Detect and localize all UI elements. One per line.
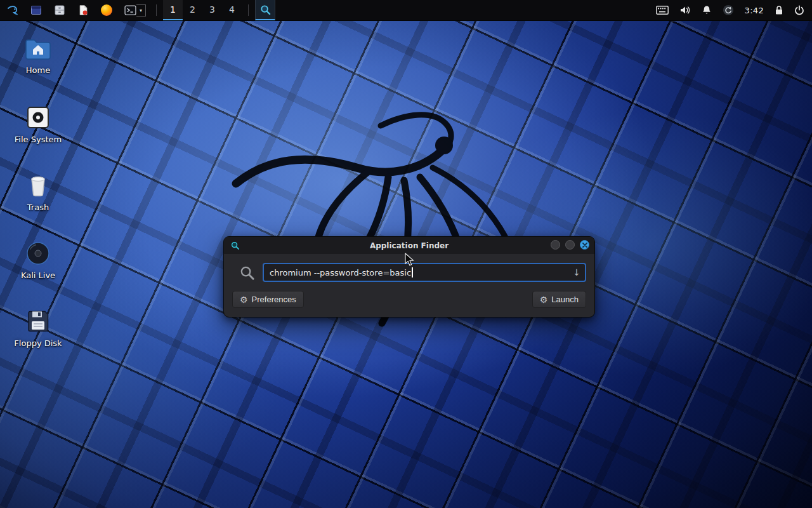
- workspace-4-label: 4: [229, 4, 235, 15]
- down-arrow-icon: ↓: [573, 267, 580, 277]
- desktop-icon-floppy-disk[interactable]: Floppy Disk: [6, 307, 70, 348]
- file-system-drive-icon: [24, 104, 52, 131]
- floppy-disk-icon: [24, 307, 52, 335]
- desktop-icon-label: Kali Live: [6, 271, 70, 280]
- text-editor-launcher[interactable]: [76, 4, 90, 16]
- window-title: Application Finder: [224, 241, 594, 250]
- log-out-button[interactable]: [794, 5, 804, 15]
- terminal-launcher[interactable]: ▾: [124, 4, 146, 17]
- desktop-icon-label: Trash: [6, 203, 70, 212]
- trash-can-icon: [24, 171, 52, 199]
- search-icon: [239, 265, 255, 281]
- minimize-button[interactable]: [551, 240, 560, 250]
- firefox-icon: [101, 4, 112, 16]
- status-disc-indicator[interactable]: [723, 4, 734, 16]
- maximize-button[interactable]: [565, 240, 575, 250]
- desktop-icon-file-system[interactable]: File System: [6, 104, 70, 144]
- workspace-button-4[interactable]: 4: [222, 0, 242, 20]
- finder-query-text: chromium --password-store=basic: [270, 268, 411, 277]
- file-manager-launcher[interactable]: [53, 4, 67, 16]
- dialog-body: chromium --password-store=basic ↓ ⚙ Pref…: [224, 254, 594, 317]
- tasklist-application-finder[interactable]: [255, 0, 275, 20]
- kali-menu-button[interactable]: [0, 0, 25, 20]
- refresh-disc-icon: [723, 4, 734, 16]
- firefox-launcher[interactable]: [100, 4, 114, 16]
- power-icon: [794, 5, 804, 15]
- workspace-2-label: 2: [190, 4, 195, 15]
- desktop-icon-label: Floppy Disk: [6, 338, 70, 348]
- chevron-down-icon: ▾: [140, 8, 142, 13]
- text-caret: [412, 267, 413, 277]
- workspace-1-label: 1: [170, 4, 176, 15]
- workspace-button-1[interactable]: 1: [163, 0, 183, 20]
- kali-logo-icon: [6, 4, 19, 17]
- workspace-button-3[interactable]: 3: [202, 0, 222, 20]
- finder-query-input[interactable]: chromium --password-store=basic ↓: [263, 263, 586, 282]
- terminal-dropdown-button[interactable]: ▾: [136, 4, 146, 17]
- window-icon: [30, 4, 42, 16]
- desktop-icon-label: Home: [6, 65, 70, 75]
- close-button[interactable]: [580, 240, 589, 250]
- gear-icon: ⚙: [240, 295, 248, 304]
- terminal-icon: [124, 4, 136, 17]
- speaker-icon: [679, 5, 691, 15]
- close-icon: [582, 243, 587, 248]
- preferences-button-label: Preferences: [252, 295, 296, 304]
- kali-live-disc-icon: [24, 239, 52, 267]
- launch-button-label: Launch: [551, 295, 579, 304]
- workspace-button-2[interactable]: 2: [183, 0, 202, 20]
- titlebar[interactable]: Application Finder: [224, 237, 594, 254]
- desktop-icon-trash[interactable]: Trash: [6, 171, 70, 212]
- text-editor-icon: [77, 4, 89, 16]
- top-panel: ▾ 1 2 3 4: [0, 0, 812, 21]
- history-dropdown-button[interactable]: ↓: [573, 268, 580, 277]
- panel-launchers: ▾: [25, 0, 150, 20]
- panel-clock[interactable]: 3:42: [745, 6, 764, 15]
- volume-indicator[interactable]: [679, 5, 691, 15]
- panel-separator: [156, 4, 157, 16]
- screen-lock-button[interactable]: [775, 5, 783, 15]
- window-manager-launcher[interactable]: [29, 4, 43, 16]
- keyboard-icon: [656, 6, 669, 15]
- lock-icon: [775, 5, 783, 15]
- home-folder-icon: [24, 37, 52, 62]
- keyboard-layout-indicator[interactable]: [656, 6, 669, 15]
- system-tray: 3:42: [656, 0, 812, 20]
- kali-dragon-silhouette: [190, 51, 546, 368]
- desktop-icon-kali-live[interactable]: Kali Live: [6, 239, 70, 280]
- panel-separator-2: [248, 4, 249, 16]
- application-finder-task-icon: [259, 4, 272, 16]
- workspace-3-label: 3: [209, 4, 215, 15]
- launch-button[interactable]: ⚙ Launch: [532, 291, 586, 308]
- application-finder-window: Application Finder chromium --password-s…: [223, 236, 595, 318]
- desktop-icon-home[interactable]: Home: [6, 37, 70, 75]
- preferences-button[interactable]: ⚙ Preferences: [232, 291, 304, 308]
- file-manager-icon: [54, 4, 65, 16]
- desktop-icon-label: File System: [6, 135, 70, 144]
- notifications-indicator[interactable]: [702, 5, 712, 15]
- gear-run-icon: ⚙: [540, 295, 548, 304]
- bell-icon: [702, 5, 712, 15]
